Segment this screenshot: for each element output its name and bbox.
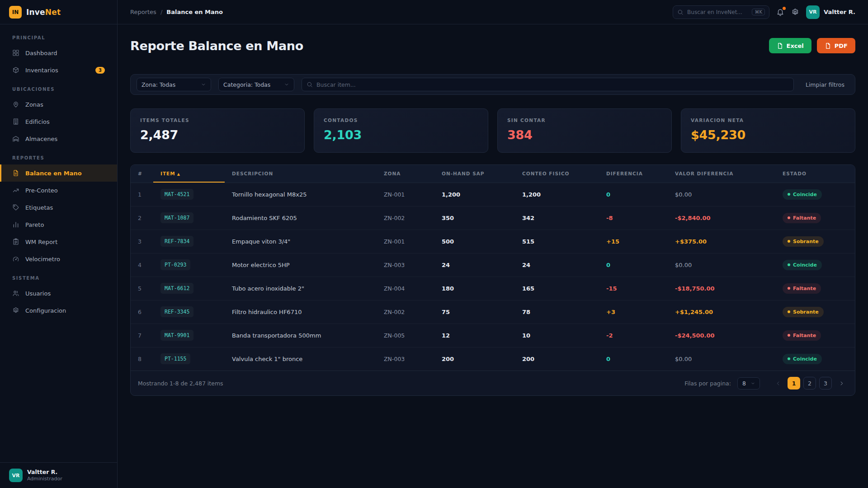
onhand-sap-qty: 350 [434, 206, 515, 230]
item-search-input[interactable] [316, 81, 789, 88]
pdf-export-button[interactable]: PDF [817, 38, 855, 53]
notifications-button[interactable] [776, 8, 784, 16]
stat-card-variacion-neta: VARIACION NETA $45,230 [681, 108, 855, 153]
clipboard-icon [12, 238, 19, 245]
global-search-input[interactable] [687, 9, 748, 15]
table-row[interactable]: 3 REF-7834 Empaque viton 3/4" ZN-001 500… [131, 230, 855, 253]
diferencia-value: 0 [599, 347, 668, 371]
table-row[interactable]: 2 MAT-1087 Rodamiento SKF 6205 ZN-002 35… [131, 206, 855, 230]
item-code[interactable]: MAT-1087 [160, 212, 193, 223]
page-button-3[interactable]: 3 [819, 377, 832, 389]
status-label: Faltante [793, 286, 816, 291]
sidebar-item-pre-conteo[interactable]: Pre-Conteo [0, 182, 117, 199]
col-header-estado[interactable]: ESTADO [775, 165, 855, 183]
table-footer-right: Filas por pagina: 8 1 2 3 [684, 377, 848, 389]
item-code[interactable]: REF-7834 [160, 236, 193, 247]
row-index: 6 [131, 300, 153, 324]
status-dot-icon [788, 193, 790, 196]
item-zone: ZN-002 [377, 206, 434, 230]
item-code[interactable]: MAT-4521 [160, 189, 193, 200]
valor-diferencia-value: -$2,840.00 [668, 206, 775, 230]
page-button-2[interactable]: 2 [803, 377, 816, 389]
valor-diferencia-value: $0.00 [668, 253, 775, 277]
table-row[interactable]: 1 MAT-4521 Tornillo hexagonal M8x25 ZN-0… [131, 183, 855, 206]
inventarios-count-badge: 3 [95, 67, 105, 74]
item-search-field[interactable] [302, 78, 794, 91]
item-code[interactable]: MAT-6612 [160, 283, 193, 294]
table-row[interactable]: 8 PT-1155 Valvula check 1" bronce ZN-003… [131, 347, 855, 371]
status-dot-icon [788, 287, 790, 290]
col-header-conteo-fisico[interactable]: CONTEO FISICO [515, 165, 599, 183]
sidebar-item-label: Etiquetas [25, 204, 53, 211]
row-index: 8 [131, 347, 153, 371]
excel-export-button[interactable]: Excel [769, 38, 811, 53]
col-header-zona[interactable]: ZONA [377, 165, 434, 183]
topbar-user-menu[interactable]: VR Valtter R. [806, 5, 855, 19]
sidebar-item-edificios[interactable]: Edificios [0, 113, 117, 130]
table-row[interactable]: 7 MAT-9901 Banda transportadora 500mm ZN… [131, 324, 855, 347]
sidebar-item-label: Zonas [25, 101, 43, 108]
nav-section-principal: PRINCIPAL [0, 27, 117, 44]
file-icon [777, 42, 783, 49]
chevron-down-icon [284, 82, 289, 87]
sidebar-item-dashboard[interactable]: Dashboard [0, 44, 117, 61]
sort-asc-icon: ▲ [177, 172, 180, 176]
prev-page-button[interactable] [772, 377, 784, 389]
col-header-descripcion[interactable]: DESCRIPCION [225, 165, 377, 183]
table-row[interactable]: 5 MAT-6612 Tubo acero inoxidable 2" ZN-0… [131, 277, 855, 300]
col-header-diferencia[interactable]: DIFERENCIA [599, 165, 668, 183]
item-code[interactable]: PT-1155 [160, 353, 190, 364]
sidebar-item-label: Edificios [25, 118, 50, 125]
sidebar-item-usuarios[interactable]: Usuarios [0, 285, 117, 302]
settings-button[interactable] [791, 8, 799, 16]
category-filter-value: Categoria: Todas [223, 81, 270, 88]
status-label: Coincide [793, 192, 817, 197]
sidebar-user-footer[interactable]: VR Valtter R. Administrador [0, 462, 117, 488]
stat-value: 2,487 [140, 128, 295, 142]
next-page-button[interactable] [835, 377, 848, 389]
zone-filter-select[interactable]: Zona: Todas [137, 78, 211, 91]
app-logo[interactable]: IN InveNet [0, 0, 117, 24]
sidebar-item-velocimetro[interactable]: Velocimetro [0, 250, 117, 267]
conteo-fisico-qty: 200 [515, 347, 599, 371]
clear-filters-link[interactable]: Limpiar filtros [801, 81, 849, 88]
stat-card-sin-contar: SIN CONTAR 384 [497, 108, 672, 153]
sidebar-item-configuracion[interactable]: Configuracion [0, 302, 117, 319]
sidebar-item-inventarios[interactable]: Inventarios 3 [0, 61, 117, 79]
col-header-valor-diferencia[interactable]: VALOR DIFERENCIA [668, 165, 775, 183]
sidebar-item-etiquetas[interactable]: Etiquetas [0, 199, 117, 216]
table-row[interactable]: 4 PT-0293 Motor electrico 5HP ZN-003 24 … [131, 253, 855, 277]
category-filter-select[interactable]: Categoria: Todas [218, 78, 294, 91]
col-header-num: # [131, 165, 153, 183]
item-description: Banda transportadora 500mm [225, 324, 377, 347]
logo-mark: IN [9, 6, 22, 19]
sidebar-item-almacenes[interactable]: Almacenes [0, 130, 117, 147]
showing-range-text: Mostrando 1-8 de 2,487 items [138, 380, 223, 387]
valor-diferencia-value: +$1,245.00 [668, 300, 775, 324]
col-header-onhand-sap[interactable]: ON-HAND SAP [434, 165, 515, 183]
stat-value: $45,230 [691, 128, 845, 142]
row-index: 2 [131, 206, 153, 230]
sidebar-user-info: Valtter R. Administrador [27, 469, 62, 482]
item-zone: ZN-002 [377, 300, 434, 324]
col-header-item[interactable]: ITEM▲ [153, 165, 225, 183]
page-content: Reporte Balance en Mano Excel PDF Zona: … [118, 24, 868, 396]
sidebar-item-balance-en-mano[interactable]: Balance en Mano [0, 164, 117, 182]
onhand-sap-qty: 75 [434, 300, 515, 324]
item-code[interactable]: PT-0293 [160, 259, 190, 270]
chevron-down-icon [750, 381, 755, 386]
sidebar-item-wm-report[interactable]: WM Report [0, 233, 117, 250]
sidebar-item-pareto[interactable]: Pareto [0, 216, 117, 233]
sidebar-item-zonas[interactable]: Zonas [0, 96, 117, 113]
global-search[interactable]: ⌘K [673, 5, 769, 19]
status-badge: Faltante [783, 283, 821, 294]
breadcrumb-reportes[interactable]: Reportes [130, 9, 156, 15]
item-code[interactable]: MAT-9901 [160, 330, 193, 341]
table-row[interactable]: 6 REF-3345 Filtro hidraulico HF6710 ZN-0… [131, 300, 855, 324]
rows-per-page-label: Filas por pagina: [684, 380, 731, 387]
rows-per-page-select[interactable]: 8 [737, 377, 760, 389]
page-button-1[interactable]: 1 [788, 377, 800, 389]
item-code[interactable]: REF-3345 [160, 306, 193, 317]
rows-per-page-value: 8 [742, 380, 746, 387]
row-index: 1 [131, 183, 153, 206]
